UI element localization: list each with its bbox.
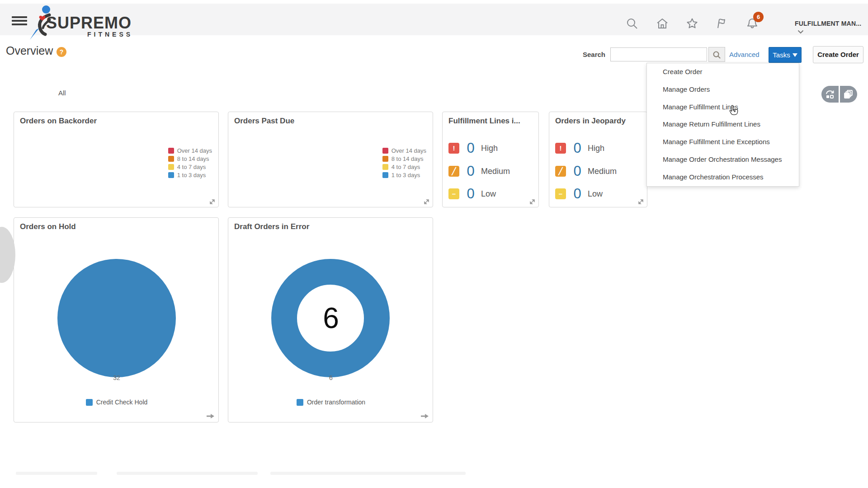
card-title: Draft Orders in Error bbox=[234, 222, 309, 231]
expand-icon[interactable] bbox=[423, 198, 430, 205]
expand-icon[interactable] bbox=[529, 198, 536, 205]
favorites-star-icon[interactable] bbox=[686, 17, 698, 30]
app-screen: SUPREMO FITNESS 6 FULFILLMENT MAN... Ove… bbox=[0, 0, 868, 488]
donut-center-value: 6 bbox=[228, 259, 434, 377]
card-fulfillment-lines-in-jeopardy: Fulfillment Lines i... ! 0 High ╱ 0 Medi… bbox=[442, 112, 539, 207]
legend-swatch bbox=[168, 148, 174, 154]
legend-label: 1 to 3 days bbox=[177, 172, 206, 178]
age-legend: Over 14 days 8 to 14 days 4 to 7 days 1 … bbox=[168, 146, 212, 179]
infolet-view-controls bbox=[821, 86, 857, 103]
low-severity-icon: – bbox=[555, 188, 566, 199]
legend-swatch bbox=[382, 172, 388, 178]
legend-swatch bbox=[168, 172, 174, 178]
expand-icon[interactable] bbox=[637, 198, 644, 205]
status-count: 0 bbox=[465, 186, 476, 202]
chevron-down-icon bbox=[797, 30, 804, 34]
status-count: 0 bbox=[465, 163, 476, 179]
user-menu[interactable]: FULFILLMENT MAN... bbox=[795, 20, 868, 34]
flag-icon[interactable] bbox=[716, 17, 728, 30]
legend-label: 8 to 14 days bbox=[392, 155, 424, 162]
status-label: Low bbox=[481, 189, 496, 199]
magnifier-icon bbox=[712, 51, 721, 59]
hamburger-menu-icon[interactable] bbox=[12, 14, 27, 25]
status-label: Medium bbox=[588, 167, 617, 176]
move-next-arrow-icon[interactable] bbox=[420, 413, 429, 419]
pie-chart[interactable] bbox=[57, 259, 176, 377]
card-orders-on-backorder: Orders on Backorder Over 14 days 8 to 14… bbox=[14, 112, 219, 207]
legend-swatch bbox=[86, 399, 93, 406]
card-orders-in-jeopardy: Orders in Jeopardy ! 0 High ╱ 0 Medium –… bbox=[549, 112, 647, 207]
legend-label: 4 to 7 days bbox=[392, 164, 420, 170]
menu-item-manage-fulfillment-line-exceptions[interactable]: Manage Fulfillment Line Exceptions bbox=[647, 133, 799, 151]
card-draft-orders-in-error: Draft Orders in Error 6 6 Order transfor… bbox=[228, 217, 433, 422]
status-count: 0 bbox=[571, 186, 583, 202]
legend-swatch bbox=[382, 164, 388, 170]
legend-swatch bbox=[168, 156, 174, 162]
pie-legend: Credit Check Hold bbox=[14, 399, 219, 406]
page-edge-handle[interactable] bbox=[0, 227, 15, 283]
legend-label: 8 to 14 days bbox=[177, 155, 209, 162]
status-row-high: ! 0 High bbox=[448, 142, 498, 154]
legend-swatch bbox=[382, 148, 388, 154]
caret-down-icon bbox=[793, 53, 797, 57]
filter-tab-all[interactable]: All bbox=[58, 89, 66, 97]
menu-item-manage-orders[interactable]: Manage Orders bbox=[647, 81, 799, 99]
global-header: SUPREMO FITNESS 6 FULFILLMENT MAN... bbox=[0, 4, 868, 35]
menu-item-create-order[interactable]: Create Order bbox=[647, 63, 799, 81]
medium-severity-icon: ╱ bbox=[555, 166, 566, 177]
status-label: High bbox=[588, 144, 604, 153]
tasks-dropdown-menu: Create Order Manage Orders Manage Fulfil… bbox=[646, 63, 799, 187]
move-next-arrow-icon[interactable] bbox=[206, 413, 215, 419]
status-label: High bbox=[481, 144, 498, 153]
tasks-button[interactable]: Tasks bbox=[769, 47, 802, 63]
legend-label: Credit Check Hold bbox=[96, 399, 148, 406]
help-icon[interactable]: ? bbox=[57, 47, 66, 57]
legend-label: 4 to 7 days bbox=[177, 164, 206, 170]
home-icon[interactable] bbox=[656, 17, 669, 30]
status-row-medium: ╱ 0 Medium bbox=[448, 165, 510, 177]
stacked-pages-button[interactable] bbox=[840, 86, 857, 103]
bottom-faded-bar bbox=[16, 472, 97, 475]
legend-label: Over 14 days bbox=[177, 147, 212, 154]
status-count: 0 bbox=[571, 163, 583, 179]
high-severity-icon: ! bbox=[448, 143, 459, 154]
low-severity-icon: – bbox=[448, 188, 459, 199]
page-title: Overview bbox=[6, 44, 53, 57]
menu-item-manage-fulfillment-lines[interactable]: Manage Fulfillment Lines bbox=[647, 99, 799, 116]
status-label: Low bbox=[588, 189, 603, 199]
legend-swatch bbox=[382, 156, 388, 162]
legend-swatch bbox=[168, 164, 174, 170]
menu-item-manage-order-orchestration-messages[interactable]: Manage Order Orchestration Messages bbox=[647, 151, 799, 169]
bottom-faded-bar bbox=[270, 472, 466, 475]
advanced-search-link[interactable]: Advanced bbox=[729, 51, 760, 58]
status-row-low: – 0 Low bbox=[448, 188, 496, 200]
menu-item-manage-orchestration-processes[interactable]: Manage Orchestration Processes bbox=[647, 169, 799, 186]
status-count: 0 bbox=[571, 140, 583, 156]
brand-title: SUPREMO bbox=[46, 14, 132, 33]
age-legend: Over 14 days 8 to 14 days 4 to 7 days 1 … bbox=[382, 146, 426, 179]
search-input[interactable] bbox=[610, 47, 707, 61]
user-menu-label: FULFILLMENT MAN... bbox=[795, 20, 861, 27]
pie-total-label: 32 bbox=[14, 374, 219, 381]
card-orders-past-due: Orders Past Due Over 14 days 8 to 14 day… bbox=[228, 112, 433, 207]
legend-label: Order transformation bbox=[307, 399, 365, 406]
search-icon[interactable] bbox=[626, 17, 638, 30]
status-row-high: ! 0 High bbox=[555, 142, 604, 154]
card-title: Orders Past Due bbox=[234, 117, 294, 126]
status-row-medium: ╱ 0 Medium bbox=[555, 165, 617, 177]
bottom-faded-bar bbox=[117, 472, 258, 475]
donut-legend: Order transformation bbox=[228, 399, 434, 406]
brand-subtitle: FITNESS bbox=[87, 31, 133, 38]
high-severity-icon: ! bbox=[555, 143, 566, 154]
status-row-low: – 0 Low bbox=[555, 188, 603, 200]
search-go-button[interactable] bbox=[708, 47, 725, 62]
card-title: Orders on Backorder bbox=[20, 117, 97, 126]
create-order-button[interactable]: Create Order bbox=[813, 46, 863, 63]
rotate-pages-icon bbox=[825, 89, 835, 99]
status-count: 0 bbox=[465, 140, 476, 156]
notification-badge: 6 bbox=[753, 12, 764, 22]
rotate-infolets-button[interactable] bbox=[821, 86, 839, 103]
tasks-button-label: Tasks bbox=[773, 51, 790, 59]
menu-item-manage-return-fulfillment-lines[interactable]: Manage Return Fulfillment Lines bbox=[647, 116, 799, 133]
expand-icon[interactable] bbox=[209, 198, 216, 205]
